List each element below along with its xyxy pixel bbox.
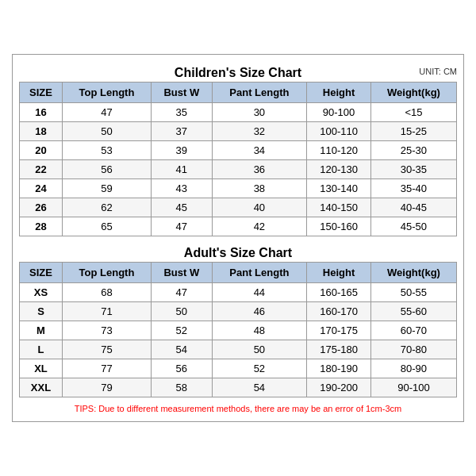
table-cell: 26 [20, 198, 63, 217]
table-cell: 32 [212, 122, 307, 141]
table-cell: 54 [212, 378, 307, 397]
table-cell: 50 [62, 122, 151, 141]
size-chart-container: Children's Size Chart UNIT: CM SIZE Top … [12, 54, 464, 422]
table-cell: 75 [62, 340, 151, 359]
table-cell: 56 [152, 359, 213, 378]
table-cell: 100-110 [307, 122, 371, 141]
table-row: 28654742150-16045-50 [20, 217, 457, 236]
table-cell: 50-55 [370, 283, 456, 302]
col-header-size-children: SIZE [20, 83, 63, 103]
col-header-height-children: Height [307, 83, 371, 103]
table-cell: 53 [62, 141, 151, 160]
table-cell: 47 [152, 283, 213, 302]
col-header-weight-adults: Weight(kg) [370, 263, 456, 283]
table-cell: 65 [62, 217, 151, 236]
adults-size-table: SIZE Top Length Bust W Pant Length Heigh… [19, 262, 457, 397]
table-cell: 150-160 [307, 217, 371, 236]
table-cell: 175-180 [307, 340, 371, 359]
table-row: XXL795854190-20090-100 [20, 378, 457, 397]
table-row: S715046160-17055-60 [20, 302, 457, 321]
adults-header-row: SIZE Top Length Bust W Pant Length Heigh… [20, 263, 457, 283]
table-cell: 120-130 [307, 160, 371, 179]
table-row: 20533934110-12025-30 [20, 141, 457, 160]
table-cell: S [20, 302, 63, 321]
col-header-bust-w-children: Bust W [152, 83, 213, 103]
col-header-height-adults: Height [307, 263, 371, 283]
table-cell: 37 [152, 122, 213, 141]
table-cell: XS [20, 283, 63, 302]
table-cell: 80-90 [370, 359, 456, 378]
table-cell: 71 [62, 302, 151, 321]
table-cell: 55-60 [370, 302, 456, 321]
adults-table-body: XS684744160-16550-55S715046160-17055-60M… [20, 283, 457, 397]
table-row: XL775652180-19080-90 [20, 359, 457, 378]
table-cell: 35-40 [370, 179, 456, 198]
table-row: 26624540140-15040-45 [20, 198, 457, 217]
col-header-bust-w-adults: Bust W [152, 263, 213, 283]
table-cell: M [20, 321, 63, 340]
table-cell: 50 [212, 340, 307, 359]
table-cell: L [20, 340, 63, 359]
table-row: XS684744160-16550-55 [20, 283, 457, 302]
table-cell: 56 [62, 160, 151, 179]
table-cell: 54 [152, 340, 213, 359]
table-cell: XL [20, 359, 63, 378]
table-cell: XXL [20, 378, 63, 397]
table-row: M735248170-17560-70 [20, 321, 457, 340]
table-cell: 70-80 [370, 340, 456, 359]
table-cell: 190-200 [307, 378, 371, 397]
table-cell: 47 [152, 217, 213, 236]
adults-section-title: Adult's Size Chart [19, 241, 457, 262]
table-cell: 58 [152, 378, 213, 397]
table-cell: 44 [212, 283, 307, 302]
table-cell: 41 [152, 160, 213, 179]
table-cell: <15 [370, 103, 456, 122]
children-title-text: Children's Size Chart [175, 66, 301, 79]
table-cell: 36 [212, 160, 307, 179]
table-cell: 34 [212, 141, 307, 160]
table-cell: 50 [152, 302, 213, 321]
table-cell: 45-50 [370, 217, 456, 236]
table-cell: 28 [20, 217, 63, 236]
table-cell: 170-175 [307, 321, 371, 340]
children-header-row: SIZE Top Length Bust W Pant Length Heigh… [20, 83, 457, 103]
table-cell: 30-35 [370, 160, 456, 179]
table-cell: 90-100 [370, 378, 456, 397]
table-cell: 39 [152, 141, 213, 160]
table-cell: 73 [62, 321, 151, 340]
adults-title-text: Adult's Size Chart [184, 246, 292, 259]
table-cell: 42 [212, 217, 307, 236]
unit-label: UNIT: CM [419, 67, 457, 76]
table-cell: 46 [212, 302, 307, 321]
col-header-pant-length-adults: Pant Length [212, 263, 307, 283]
table-cell: 43 [152, 179, 213, 198]
table-cell: 59 [62, 179, 151, 198]
table-cell: 52 [212, 359, 307, 378]
col-header-size-adults: SIZE [20, 263, 63, 283]
table-cell: 140-150 [307, 198, 371, 217]
table-cell: 160-165 [307, 283, 371, 302]
table-cell: 52 [152, 321, 213, 340]
table-cell: 22 [20, 160, 63, 179]
table-cell: 18 [20, 122, 63, 141]
col-header-weight-children: Weight(kg) [370, 83, 456, 103]
col-header-top-length-adults: Top Length [62, 263, 151, 283]
table-cell: 40 [212, 198, 307, 217]
table-cell: 79 [62, 378, 151, 397]
table-cell: 25-30 [370, 141, 456, 160]
table-cell: 16 [20, 103, 63, 122]
table-row: 18503732100-11015-25 [20, 122, 457, 141]
table-cell: 60-70 [370, 321, 456, 340]
col-header-top-length-children: Top Length [62, 83, 151, 103]
table-row: L755450175-18070-80 [20, 340, 457, 359]
table-cell: 30 [212, 103, 307, 122]
table-row: 22564136120-13030-35 [20, 160, 457, 179]
table-row: 24594338130-14035-40 [20, 179, 457, 198]
table-cell: 90-100 [307, 103, 371, 122]
children-section-title: Children's Size Chart UNIT: CM [19, 61, 457, 82]
table-cell: 68 [62, 283, 151, 302]
table-row: 1647353090-100<15 [20, 103, 457, 122]
table-cell: 24 [20, 179, 63, 198]
table-cell: 45 [152, 198, 213, 217]
table-cell: 130-140 [307, 179, 371, 198]
